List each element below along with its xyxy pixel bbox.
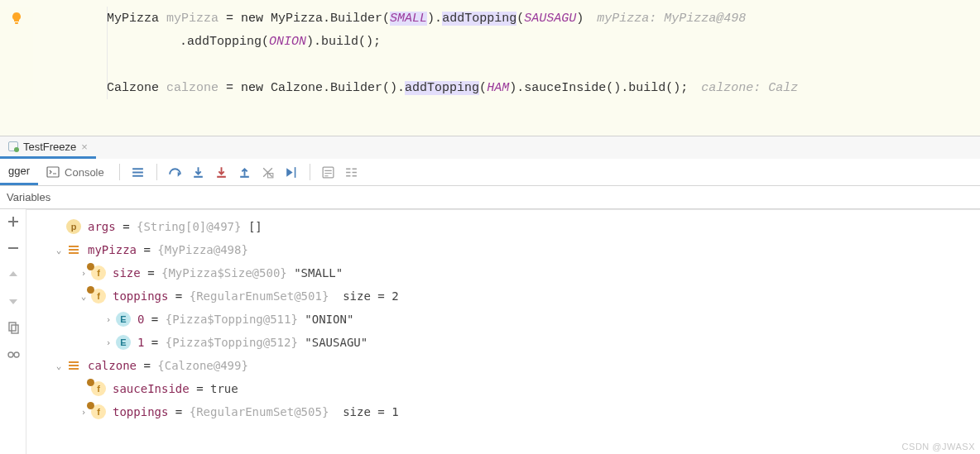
code-line[interactable] xyxy=(0,53,980,76)
expand-icon[interactable]: ⌄ xyxy=(51,245,66,256)
expand-icon[interactable]: ⌄ xyxy=(51,361,66,371)
var-row[interactable]: › E 0 = {Pizza$Topping@511} "ONION" xyxy=(26,308,980,331)
var-row[interactable]: ⌄ f toppings = {RegularEnumSet@501} size… xyxy=(26,284,980,308)
step-over-icon[interactable] xyxy=(164,160,187,184)
run-tab-label: TestFreeze xyxy=(23,141,76,153)
glasses-icon[interactable] xyxy=(6,346,21,361)
code-line[interactable]: Calzone calzone = new Calzone.Builder().… xyxy=(0,76,980,99)
svg-point-10 xyxy=(14,352,19,357)
move-down-icon[interactable] xyxy=(6,294,21,308)
threads-icon[interactable] xyxy=(127,160,150,184)
variables-header: Variables xyxy=(0,186,980,209)
field-badge-icon: f xyxy=(91,265,106,280)
debug-panel: p args = {String[0]@497} [] ⌄ myPizza = … xyxy=(0,209,980,454)
code-text: Calzone calzone = new Calzone.Builder().… xyxy=(107,81,688,95)
svg-rect-3 xyxy=(240,175,249,177)
var-row[interactable]: ⌄ calzone = {Calzone@499} xyxy=(26,354,980,377)
var-row[interactable]: f sauceInside = true xyxy=(26,377,980,400)
run-tab-bar: TestFreeze × xyxy=(0,136,980,159)
copy-icon[interactable] xyxy=(6,320,21,335)
step-out-icon[interactable] xyxy=(233,160,257,184)
svg-rect-2 xyxy=(217,175,226,177)
inline-hint: calzone: Calz xyxy=(701,81,798,95)
inline-hint: myPizza: MyPizza@498 xyxy=(597,12,746,26)
field-badge-icon: f xyxy=(91,381,106,396)
svg-rect-0 xyxy=(47,167,59,177)
var-row[interactable]: › E 1 = {Pizza$Topping@512} "SAUSAGU" xyxy=(26,331,980,354)
tab-debugger[interactable]: gger xyxy=(0,159,38,185)
svg-rect-1 xyxy=(194,175,203,177)
side-toolbar xyxy=(0,209,26,454)
run-tab-testfreeze[interactable]: TestFreeze × xyxy=(0,136,96,159)
console-icon xyxy=(46,165,60,179)
move-up-icon[interactable] xyxy=(6,267,21,282)
svg-point-9 xyxy=(8,352,13,357)
code-line[interactable]: .addTopping(ONION).build(); xyxy=(0,30,980,53)
expand-icon[interactable]: › xyxy=(101,337,116,348)
close-icon[interactable]: × xyxy=(81,141,88,153)
code-text: .addTopping(ONION).build(); xyxy=(107,35,381,49)
remove-watch-icon[interactable] xyxy=(6,241,21,256)
element-badge-icon: E xyxy=(116,335,131,350)
object-badge-icon xyxy=(66,242,81,257)
debug-toolbar: gger Console xyxy=(0,159,980,186)
intention-bulb-icon[interactable] xyxy=(10,12,23,25)
expand-icon[interactable]: › xyxy=(101,314,116,325)
run-config-icon xyxy=(8,141,18,151)
element-badge-icon: E xyxy=(116,312,131,327)
var-row[interactable]: p args = {String[0]@497} [] xyxy=(26,215,980,238)
evaluate-icon[interactable] xyxy=(317,160,340,184)
step-into-icon[interactable] xyxy=(187,160,210,184)
add-watch-icon[interactable] xyxy=(6,214,21,229)
variables-tree[interactable]: p args = {String[0]@497} [] ⌄ myPizza = … xyxy=(26,209,980,454)
svg-rect-5 xyxy=(295,167,296,178)
tab-console[interactable]: Console xyxy=(38,159,113,185)
run-to-cursor-icon[interactable] xyxy=(280,160,303,184)
svg-rect-8 xyxy=(12,325,18,333)
code-text: MyPizza myPizza = new MyPizza.Builder(SM… xyxy=(107,12,584,26)
var-row[interactable]: ⌄ myPizza = {MyPizza@498} xyxy=(26,238,980,261)
drop-frame-icon[interactable] xyxy=(257,160,280,184)
var-row[interactable]: › f size = {MyPizza$Size@500} "SMALL" xyxy=(26,261,980,284)
field-badge-icon: f xyxy=(91,289,106,303)
var-row[interactable]: › f toppings = {RegularEnumSet@505} size… xyxy=(26,400,980,423)
field-badge-icon: f xyxy=(91,404,106,419)
param-badge-icon: p xyxy=(66,219,81,234)
force-step-into-icon[interactable] xyxy=(210,160,233,184)
svg-rect-7 xyxy=(9,323,16,331)
code-editor[interactable]: MyPizza myPizza = new MyPizza.Builder(SM… xyxy=(0,0,980,136)
watermark: CSDN @JWASX xyxy=(902,442,975,452)
trace-icon[interactable] xyxy=(340,160,363,184)
object-badge-icon xyxy=(66,358,81,373)
gutter xyxy=(0,7,33,30)
code-line[interactable]: MyPizza myPizza = new MyPizza.Builder(SM… xyxy=(0,0,980,30)
